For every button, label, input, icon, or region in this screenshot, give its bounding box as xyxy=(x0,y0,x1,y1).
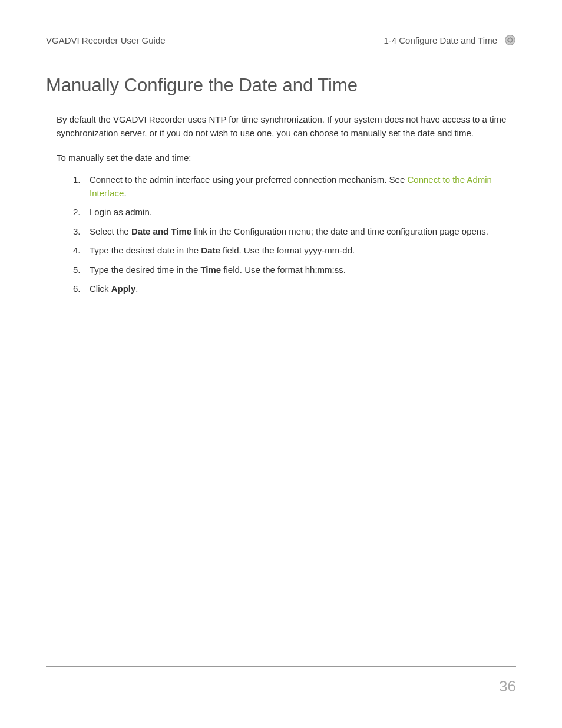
step-5-text-post: field. Use the format hh:mm:ss. xyxy=(221,265,346,275)
step-4: Type the desired date in the Date field.… xyxy=(73,244,516,258)
page-footer: 36 xyxy=(46,666,516,696)
header-section-title: 1-4 Configure Date and Time xyxy=(384,34,516,46)
step-3: Select the Date and Time link in the Con… xyxy=(73,225,516,239)
header-guide-title: VGADVI Recorder User Guide xyxy=(46,35,166,45)
step-2: Login as admin. xyxy=(73,206,516,219)
step-6-bold: Apply xyxy=(111,284,136,294)
step-3-text-pre: Select the xyxy=(90,226,131,236)
step-6-text-pre: Click xyxy=(90,284,111,294)
step-3-bold: Date and Time xyxy=(131,226,191,236)
page-header: VGADVI Recorder User Guide 1-4 Configure… xyxy=(0,0,562,52)
page-content: Manually Configure the Date and Time By … xyxy=(0,52,562,296)
gear-icon xyxy=(504,34,516,46)
step-6-text-post: . xyxy=(135,284,138,294)
step-6: Click Apply. xyxy=(73,282,516,296)
step-5-bold: Time xyxy=(200,265,221,275)
intro-paragraph: By default the VGADVI Recorder uses NTP … xyxy=(57,113,516,140)
step-4-text-post: field. Use the format yyyy-mm-dd. xyxy=(220,245,355,255)
step-5-text-pre: Type the desired time in the xyxy=(90,265,200,275)
page-number: 36 xyxy=(499,677,516,695)
instruction-lead: To manually set the date and time: xyxy=(57,153,516,163)
step-1: Connect to the admin interface using you… xyxy=(73,173,516,200)
step-1-text-post: . xyxy=(124,188,126,198)
header-section-text: 1-4 Configure Date and Time xyxy=(384,35,497,45)
page-title: Manually Configure the Date and Time xyxy=(46,75,516,100)
step-4-text-pre: Type the desired date in the xyxy=(90,245,201,255)
svg-point-0 xyxy=(505,35,515,45)
step-4-bold: Date xyxy=(201,245,220,255)
step-5: Type the desired time in the Time field.… xyxy=(73,263,516,277)
steps-list: Connect to the admin interface using you… xyxy=(73,173,516,296)
step-3-text-post: link in the Configuration menu; the date… xyxy=(191,226,488,236)
step-1-text-pre: Connect to the admin interface using you… xyxy=(90,174,407,185)
